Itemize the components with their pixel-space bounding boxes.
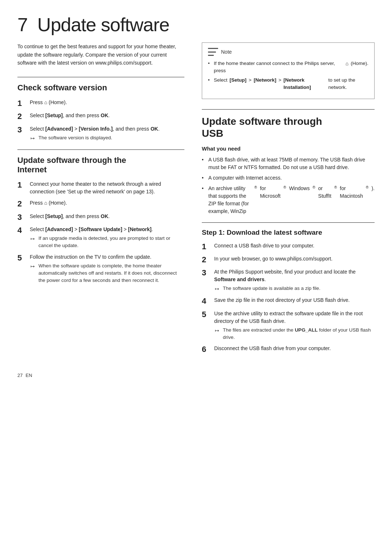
page-footer: 27 EN <box>17 373 375 378</box>
home-icon-1: ⌂ <box>44 99 47 106</box>
check-step-2: 2 Select [Setup], and then press OK. <box>17 112 184 121</box>
internet-step-5-note: ↦ When the software update is complete, … <box>30 262 184 284</box>
title-text: Update software <box>37 14 170 35</box>
note-title: Note <box>221 48 232 56</box>
usb-step-5-note: ↦ The files are extracted under the UPG_… <box>215 327 375 341</box>
usb-step-3-note: ↦ The software update is available as a … <box>215 285 375 293</box>
update-usb-title: Update software throughUSB <box>202 115 375 140</box>
home-icon-note: ⌂ <box>346 60 348 75</box>
usb-step-3: 3 At the Philips Support website, find y… <box>202 268 375 293</box>
internet-step-5: 5 Follow the instruction on the TV to co… <box>17 253 184 284</box>
internet-step-4-note: ↦ If an upgrade media is detected, you a… <box>30 235 184 250</box>
section-divider-1 <box>17 77 184 77</box>
section-divider-2 <box>17 149 184 150</box>
check-software-steps: 1 Press ⌂ (Home). 2 Select [Setup], and … <box>17 99 184 142</box>
usb-step-6: 6 Disconnect the USB flash drive from yo… <box>202 345 375 354</box>
need-item-2: A computer with Internet access. <box>202 174 375 182</box>
check-step-3-note: ↦ The software version is displayed. <box>30 134 184 142</box>
note-header: Note <box>208 48 368 56</box>
what-you-need-section: What you need A USB flash drive, with at… <box>202 145 375 215</box>
section-divider-4 <box>202 222 375 223</box>
what-you-need-title: What you need <box>202 145 375 152</box>
note-list: If the home theater cannot connect to th… <box>208 60 368 91</box>
home-icon-2: ⌂ <box>44 199 47 207</box>
what-you-need-list: A USB flash drive, with at least 75MB of… <box>202 156 375 215</box>
usb-step-1: 1 Connect a USB flash drive to your comp… <box>202 242 375 251</box>
usb-step-4: 4 Save the zip file in the root director… <box>202 296 375 306</box>
section-divider-3 <box>202 109 375 110</box>
step1-list: 1 Connect a USB flash drive to your comp… <box>202 242 375 354</box>
check-step-3: 3 Select [Advanced] > [Version Info.], a… <box>17 125 184 142</box>
need-item-1: A USB flash drive, with at least 75MB of… <box>202 156 375 171</box>
check-software-title: Check software version <box>17 83 184 93</box>
internet-step-4: 4 Select [Advanced] > [Software Update] … <box>17 226 184 250</box>
internet-step-1: 1 Connect your home theater to the netwo… <box>17 180 184 196</box>
check-step-1: 1 Press ⌂ (Home). <box>17 99 184 108</box>
note-item-1: If the home theater cannot connect to th… <box>208 60 368 75</box>
need-item-3: An archive utility that supports the ZIP… <box>202 185 375 215</box>
usb-step-5: 5 Use the archive utility to extract the… <box>202 310 375 341</box>
internet-step-3: 3 Select [Setup], and then press OK. <box>17 213 184 222</box>
note-icon <box>208 48 218 56</box>
update-internet-title: Update software through theInternet <box>17 156 184 175</box>
update-internet-steps: 1 Connect your home theater to the netwo… <box>17 180 184 284</box>
internet-step-2: 2 Press ⌂ (Home). <box>17 199 184 209</box>
step1-title: Step 1: Download the latest software <box>202 229 375 237</box>
usb-step-2: 2 In your web browser, go to www.philips… <box>202 255 375 264</box>
intro-text: To continue to get the best features and… <box>17 42 184 67</box>
note-box: Note If the home theater cannot connect … <box>202 42 375 99</box>
footer-lang: EN <box>25 373 32 378</box>
footer-page: 27 <box>17 373 23 378</box>
page-title: 7 Update software <box>17 15 375 35</box>
note-item-2: Select [Setup] > [Network] > [Network In… <box>208 77 368 91</box>
chapter-number: 7 <box>17 14 28 35</box>
